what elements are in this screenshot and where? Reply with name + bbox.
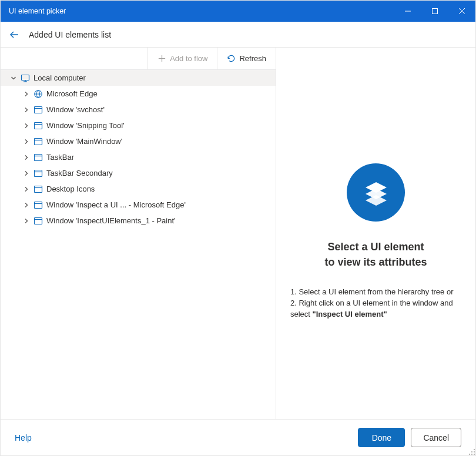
hierarchy-tree[interactable]: Local computer Microsoft EdgeWindow 'svc… bbox=[1, 70, 276, 419]
window-icon bbox=[33, 200, 43, 210]
maximize-button[interactable] bbox=[421, 1, 448, 22]
close-button[interactable] bbox=[448, 1, 475, 22]
chevron-right-icon[interactable] bbox=[23, 170, 30, 177]
svg-point-39 bbox=[474, 454, 475, 455]
chevron-right-icon[interactable] bbox=[23, 186, 30, 193]
svg-rect-15 bbox=[35, 106, 42, 113]
svg-point-35 bbox=[471, 451, 472, 452]
window-title: UI element picker bbox=[9, 7, 394, 15]
svg-rect-17 bbox=[35, 122, 42, 129]
tree-item[interactable]: Window 'MainWindow' bbox=[1, 133, 276, 149]
refresh-icon bbox=[227, 54, 236, 63]
tree-item[interactable]: Window 'InspectUIElements_1 - Paint' bbox=[1, 213, 276, 229]
tree-item[interactable]: Microsoft Edge bbox=[1, 86, 276, 102]
help-link[interactable]: Help bbox=[15, 433, 32, 442]
window-icon bbox=[33, 121, 43, 130]
cancel-button[interactable]: Cancel bbox=[411, 428, 461, 447]
tree-item-label: Window 'MainWindow' bbox=[46, 137, 122, 146]
svg-rect-23 bbox=[35, 170, 42, 176]
svg-rect-25 bbox=[35, 186, 42, 192]
svg-rect-7 bbox=[22, 75, 29, 80]
layers-icon bbox=[347, 163, 405, 222]
add-to-flow-label: Add to flow bbox=[170, 54, 207, 63]
monitor-icon bbox=[21, 73, 30, 83]
back-arrow-icon[interactable] bbox=[9, 29, 19, 40]
chevron-right-icon[interactable] bbox=[23, 154, 30, 161]
svg-rect-27 bbox=[35, 202, 42, 208]
svg-rect-19 bbox=[35, 138, 42, 145]
tree-item-label: Window 'Snipping Tool' bbox=[46, 121, 125, 130]
resize-grip[interactable] bbox=[467, 447, 475, 455]
svg-rect-29 bbox=[35, 217, 42, 224]
refresh-button[interactable]: Refresh bbox=[217, 48, 276, 69]
svg-point-38 bbox=[471, 454, 472, 455]
footer: Help Done Cancel bbox=[1, 419, 475, 455]
minimize-button[interactable] bbox=[394, 1, 421, 22]
chevron-right-icon[interactable] bbox=[23, 122, 30, 129]
window-icon bbox=[33, 153, 43, 162]
tree-item-label: Window 'Inspect a UI ... - Microsoft Edg… bbox=[46, 200, 186, 209]
toolbar: Add to flow Refresh bbox=[1, 48, 276, 70]
window-icon bbox=[33, 137, 43, 146]
content: Add to flow Refresh Local computer Micro… bbox=[1, 48, 475, 419]
titlebar-controls bbox=[394, 1, 475, 22]
chevron-right-icon[interactable] bbox=[23, 202, 30, 209]
svg-point-37 bbox=[469, 454, 470, 455]
empty-state-title: Select a UI element to view its attribut… bbox=[324, 239, 427, 270]
chevron-down-icon[interactable] bbox=[10, 75, 17, 82]
svg-marker-33 bbox=[366, 195, 387, 206]
tree-root-label: Local computer bbox=[33, 73, 86, 82]
tree-root-local-computer[interactable]: Local computer bbox=[1, 70, 276, 86]
tree-item[interactable]: Window 'Inspect a UI ... - Microsoft Edg… bbox=[1, 197, 276, 213]
tree-item[interactable]: Window 'Snipping Tool' bbox=[1, 118, 276, 133]
tree-item[interactable]: Desktop Icons bbox=[1, 181, 276, 197]
chevron-right-icon[interactable] bbox=[23, 90, 30, 98]
chevron-right-icon[interactable] bbox=[23, 217, 30, 224]
window-icon bbox=[33, 216, 43, 226]
tree-item-label: Window 'InspectUIElements_1 - Paint' bbox=[46, 216, 176, 225]
tree-item[interactable]: TaskBar bbox=[1, 149, 276, 165]
header: Added UI elements list bbox=[1, 22, 475, 48]
tree-item[interactable]: Window 'svchost' bbox=[1, 102, 276, 118]
chevron-right-icon[interactable] bbox=[23, 138, 30, 145]
svg-point-34 bbox=[474, 449, 475, 450]
window-icon bbox=[33, 185, 43, 194]
svg-point-36 bbox=[474, 451, 475, 452]
svg-rect-21 bbox=[35, 154, 42, 160]
tree-item-label: Desktop Icons bbox=[46, 185, 95, 193]
refresh-label: Refresh bbox=[239, 54, 266, 63]
svg-rect-1 bbox=[433, 9, 438, 14]
tree-item-label: TaskBar Secondary bbox=[46, 169, 113, 177]
tree-item-label: Microsoft Edge bbox=[46, 89, 98, 98]
plus-icon bbox=[157, 54, 166, 63]
globe-icon bbox=[33, 89, 43, 99]
add-to-flow-button: Add to flow bbox=[148, 48, 217, 69]
window-icon bbox=[33, 169, 43, 178]
empty-state-text: 1. Select a UI element from the hierarch… bbox=[288, 286, 464, 320]
chevron-right-icon[interactable] bbox=[23, 106, 30, 113]
titlebar: UI element picker bbox=[1, 1, 475, 22]
done-button[interactable]: Done bbox=[358, 428, 405, 447]
page-title: Added UI elements list bbox=[29, 30, 111, 39]
window-icon bbox=[33, 105, 43, 115]
right-pane: Select a UI element to view its attribut… bbox=[276, 48, 475, 419]
tree-item-label: TaskBar bbox=[46, 153, 74, 162]
empty-state: Select a UI element to view its attribut… bbox=[288, 163, 464, 320]
tree-item-label: Window 'svchost' bbox=[46, 105, 105, 114]
tree-item[interactable]: TaskBar Secondary bbox=[1, 165, 276, 181]
left-pane: Add to flow Refresh Local computer Micro… bbox=[1, 48, 276, 419]
